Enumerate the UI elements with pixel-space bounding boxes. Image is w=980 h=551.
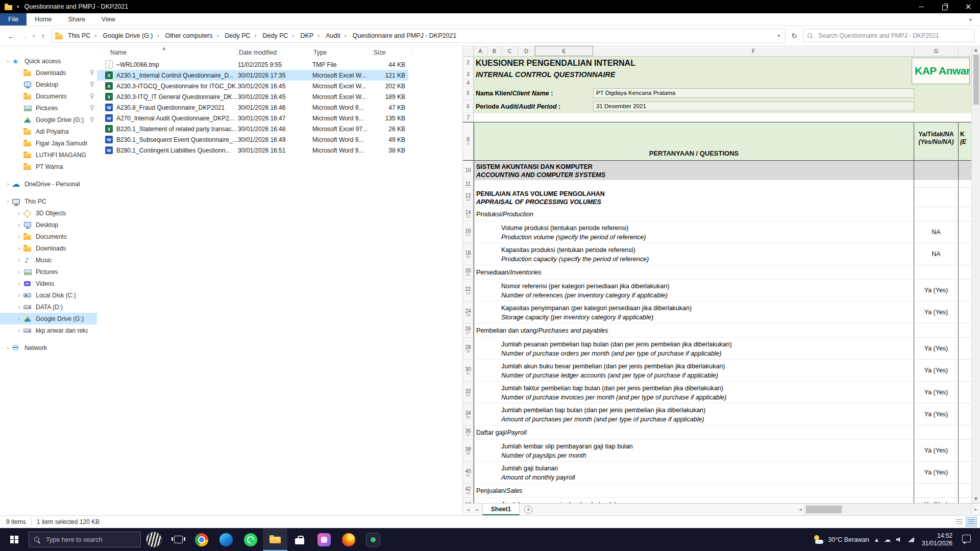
answer-cell[interactable] (914, 180, 959, 188)
field-value-cell[interactable]: 31 Desember 2021 (593, 102, 914, 111)
chevron-icon[interactable] (4, 198, 12, 205)
row-number[interactable]: 42 43 (463, 484, 474, 498)
column-letter[interactable]: E (535, 46, 593, 56)
answer-cell[interactable] (914, 323, 959, 338)
sidebar-item[interactable]: Videos (0, 278, 97, 289)
row-number[interactable]: 22 23 (463, 280, 474, 302)
answer-cell[interactable] (914, 265, 959, 280)
question-cell[interactable]: Jumlah akun buku besar pembelian (dan pe… (474, 360, 914, 382)
question-cell[interactable]: Daftar gaji/Payroll (474, 425, 914, 440)
row-number[interactable]: 12 13 (463, 188, 474, 207)
address-dropdown-icon[interactable]: ▾ (775, 33, 782, 38)
question-cell[interactable]: Jumlah lembar slip pembayaran gaji tiap … (474, 440, 914, 462)
answer-cell[interactable]: Ya (Yes) (914, 382, 959, 404)
network-icon[interactable] (908, 537, 914, 542)
start-button[interactable] (0, 528, 29, 551)
answer-cell[interactable]: NA (914, 221, 959, 243)
column-header[interactable]: Date modified (238, 48, 312, 57)
row-number[interactable]: 26 27 (463, 323, 474, 338)
sidebar-item[interactable]: Network (0, 342, 97, 354)
media-app-icon[interactable] (361, 528, 385, 551)
sidebar-item[interactable]: PT Warna (0, 161, 97, 172)
hscrollbar-thumb[interactable] (806, 506, 842, 513)
sidebar-item[interactable]: Documents (0, 231, 97, 242)
file-row[interactable]: B280.1_Contingent Liabilities Questionn.… (97, 145, 408, 156)
file-row[interactable]: B230.1_Subsequent Event Questionnaire_..… (97, 134, 408, 145)
sidebar-item[interactable]: Downloads (0, 67, 97, 79)
vertical-scrollbar[interactable]: ▲ ▼ (971, 46, 980, 503)
question-cell[interactable]: Persediaan/Inventories (474, 265, 914, 280)
sidebar-item[interactable]: Pictures (0, 102, 97, 114)
firefox-icon[interactable] (336, 528, 361, 551)
question-cell[interactable] (474, 180, 914, 188)
row-number[interactable]: 3 (463, 69, 474, 80)
answer-cell[interactable]: Ya (Yes) (914, 498, 959, 503)
breadcrumb-item[interactable]: Dedy PC (224, 32, 262, 39)
question-cell[interactable]: Jumlah pesanan pembelian tiap bulan (dan… (474, 338, 914, 360)
answer-cell[interactable] (914, 484, 959, 498)
chevron-icon[interactable] (15, 292, 23, 298)
row-number[interactable]: 2 (463, 57, 474, 69)
question-cell[interactable]: Pembelian dan utang/Purchases and payabl… (474, 323, 914, 338)
task-view-button[interactable] (167, 528, 189, 551)
row-number[interactable]: 7 (463, 113, 474, 122)
row-number[interactable]: 28 29 (463, 338, 474, 360)
sidebar-item[interactable]: 3D Objects (0, 207, 97, 219)
question-cell[interactable]: Periode Audit/Audit Period : 31 Desember… (474, 100, 914, 113)
row-number[interactable]: 11 (463, 180, 474, 188)
scroll-down-icon[interactable]: ▼ (972, 495, 980, 503)
chevron-icon[interactable] (15, 257, 23, 263)
answer-cell[interactable]: NA (914, 243, 959, 265)
row-number[interactable]: 44 (463, 498, 474, 503)
sidebar-item[interactable]: This PC (0, 195, 97, 207)
question-cell[interactable]: Kapasitas produksi (tentukan periode ref… (474, 243, 914, 265)
answer-cell[interactable] (914, 207, 959, 221)
ribbon-tab[interactable]: Home (27, 13, 60, 26)
search-box[interactable] (803, 29, 975, 42)
sidebar-item[interactable]: Music (0, 254, 97, 266)
column-letter[interactable]: D (518, 46, 535, 56)
forward-button[interactable]: → (18, 29, 31, 42)
column-header[interactable]: Size (373, 48, 411, 57)
photos-icon[interactable] (312, 528, 336, 551)
sidebar-item[interactable]: Downloads (0, 242, 97, 254)
column-letter[interactable]: B (487, 46, 502, 56)
row-number[interactable]: 8 9 (463, 122, 474, 160)
sidebar-item[interactable]: Desktop (0, 79, 97, 90)
question-cell[interactable]: Penjualan/Sales (474, 484, 914, 498)
question-cell[interactable]: Nomor referensi (per kategori persediaan… (474, 280, 914, 302)
select-all-corner[interactable] (463, 46, 474, 56)
answer-cell[interactable]: Ya/Tidak/NA (Yes/No/NA) (914, 122, 959, 160)
row-number[interactable]: 14 15 (463, 207, 474, 221)
row-number[interactable]: 5 (463, 87, 474, 100)
sidebar-item[interactable]: Quick access (0, 55, 97, 67)
chevron-icon[interactable] (15, 234, 23, 240)
sidebar-item[interactable]: Figar Jaya Samudra (0, 137, 97, 149)
horizontal-scrollbar[interactable]: ◄ ► (796, 504, 980, 515)
answer-cell[interactable]: Ya (Yes) (914, 360, 959, 382)
scroll-up-icon[interactable]: ▲ (972, 46, 980, 54)
file-row[interactable]: B220.1_Statement of related party transa… (97, 123, 408, 134)
row-number[interactable]: 34 35 (463, 404, 474, 425)
answer-cell[interactable] (914, 87, 959, 100)
chrome-icon[interactable] (189, 528, 214, 551)
scrollbar-thumb[interactable] (973, 55, 979, 105)
list-view-button[interactable] (953, 517, 965, 527)
sidebar-item[interactable]: Adi Priyatna (0, 126, 97, 137)
chevron-icon[interactable] (15, 281, 23, 287)
search-input[interactable] (817, 32, 971, 40)
next-sheet-icon[interactable]: ► (473, 507, 482, 512)
question-cell[interactable]: Nama Klien/Client Name : PT Digdaya Kenc… (474, 87, 914, 100)
weather-widget[interactable]: 30°C Berawan (813, 535, 869, 544)
close-button[interactable]: × (957, 0, 980, 13)
breadcrumb-item[interactable]: Dedy PC (262, 32, 300, 39)
question-cell[interactable]: Jumlah faktur pembelian tiap bulan (dan … (474, 382, 914, 404)
edge-icon[interactable] (214, 528, 238, 551)
row-number[interactable]: 38 39 (463, 440, 474, 462)
volume-icon[interactable] (896, 537, 902, 542)
row-number[interactable]: 36 37 (463, 425, 474, 440)
up-button[interactable]: ↑ (37, 29, 50, 42)
file-row[interactable]: A230.8_Fraud Questionnaire_DKP2021 30/01… (97, 102, 408, 113)
scroll-right-icon[interactable]: ► (972, 507, 980, 512)
question-cell[interactable]: Volume produksi (tentukan periode refere… (474, 221, 914, 243)
